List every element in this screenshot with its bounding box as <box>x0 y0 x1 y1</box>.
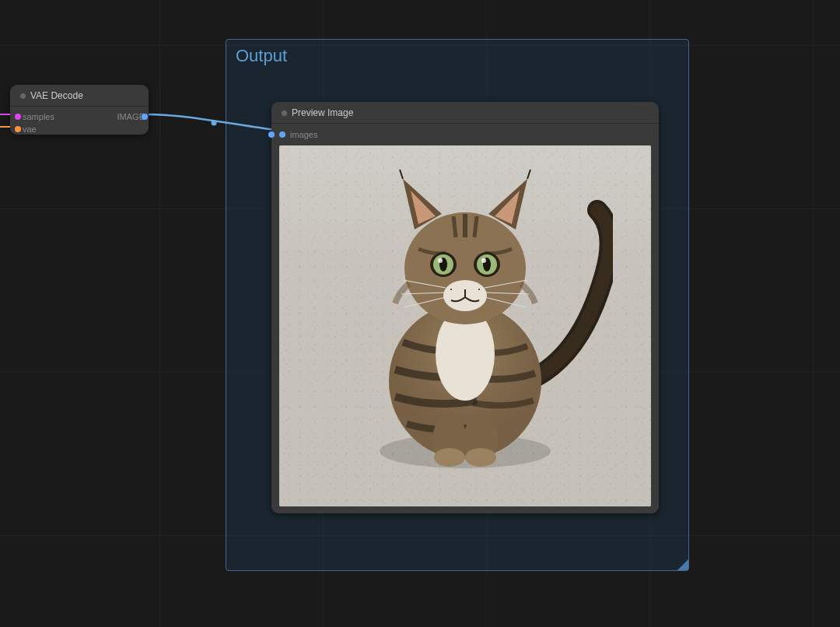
output-row-image[interactable]: IMAGE <box>117 110 145 123</box>
cat-illustration <box>317 156 613 482</box>
svg-line-10 <box>527 170 530 179</box>
svg-point-20 <box>450 289 452 290</box>
output-label-image: IMAGE <box>117 112 145 121</box>
edge-stub-samples <box>0 114 10 115</box>
port-images-inner[interactable] <box>279 131 285 138</box>
input-label-images: images <box>290 130 317 139</box>
node-body: samples vae IMAGE <box>10 107 149 141</box>
generated-image <box>279 145 651 506</box>
svg-point-18 <box>481 258 486 263</box>
port-image-out[interactable] <box>142 114 148 120</box>
port-images[interactable] <box>268 131 275 138</box>
node-collapse-dot[interactable] <box>20 93 26 99</box>
node-body: images <box>271 124 659 514</box>
node-vae-decode[interactable]: VAE Decode samples vae IMAGE <box>10 85 149 135</box>
edge-stub-vae <box>0 126 10 128</box>
port-samples[interactable] <box>15 114 21 120</box>
node-graph-canvas[interactable]: Output VAE Decode samples vae IMAGE <box>0 0 840 627</box>
svg-point-7 <box>465 448 496 467</box>
svg-line-9 <box>400 170 403 179</box>
svg-point-21 <box>478 289 480 290</box>
group-title[interactable]: Output <box>226 40 688 66</box>
input-label-vae: vae <box>23 124 37 134</box>
node-title-text: Preview Image <box>292 107 353 118</box>
input-label-samples: samples <box>23 112 54 121</box>
svg-point-17 <box>438 258 443 263</box>
port-vae[interactable] <box>15 126 21 132</box>
preview-image-output[interactable] <box>279 145 651 506</box>
node-title-bar[interactable]: VAE Decode <box>10 85 149 107</box>
connection-midpoint <box>212 121 217 126</box>
input-row-vae[interactable]: vae <box>18 123 141 135</box>
node-title-text: VAE Decode <box>30 90 83 101</box>
node-collapse-dot[interactable] <box>282 110 287 116</box>
node-preview-image[interactable]: Preview Image images <box>271 102 659 513</box>
node-title-bar[interactable]: Preview Image <box>271 102 659 124</box>
group-resize-handle[interactable] <box>677 559 688 570</box>
svg-point-6 <box>434 448 465 467</box>
input-row-images[interactable]: images <box>279 128 651 141</box>
